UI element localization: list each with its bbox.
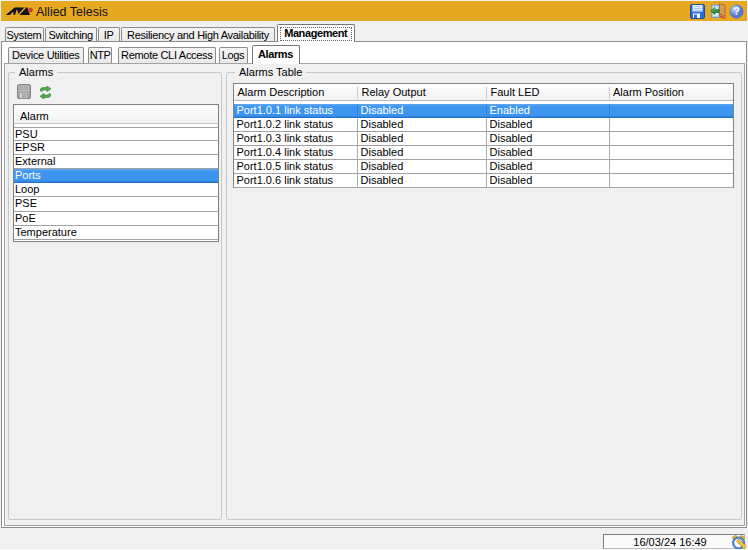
svg-text:?: ? [733,6,739,17]
